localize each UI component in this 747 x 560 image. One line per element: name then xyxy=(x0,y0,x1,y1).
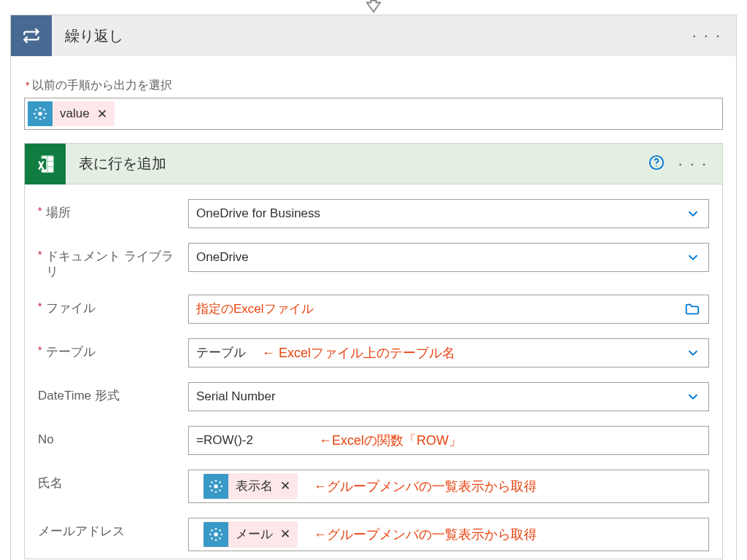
token-display-name[interactable]: 表示名 ✕ xyxy=(204,473,298,499)
token-mail[interactable]: メール ✕ xyxy=(204,521,298,548)
dynamic-content-icon xyxy=(204,474,228,499)
svg-point-33 xyxy=(211,537,213,540)
excel-more-menu[interactable]: · · · xyxy=(678,155,708,174)
token-value[interactable]: value ✕ xyxy=(28,101,115,126)
svg-point-30 xyxy=(221,533,223,535)
field-library: *ドキュメント ライブラリ OneDrive xyxy=(38,236,709,287)
svg-point-20 xyxy=(209,485,212,487)
no-input[interactable]: =ROW()-2 ←Excelの関数「ROW」 xyxy=(188,426,709,455)
svg-point-27 xyxy=(215,527,217,529)
excel-icon xyxy=(25,144,66,184)
annotation-name: ←グループメンバの一覧表示から取得 xyxy=(298,478,537,495)
file-picker[interactable]: 指定のExcelファイル xyxy=(188,295,709,324)
svg-point-6 xyxy=(43,109,45,111)
excel-card-title: 表に行を追加 xyxy=(66,154,649,174)
field-no: No =ROW()-2 ←Excelの関数「ROW」 xyxy=(38,419,709,462)
folder-icon[interactable] xyxy=(684,301,701,317)
dynamic-content-icon xyxy=(28,101,53,126)
svg-point-3 xyxy=(34,113,36,115)
help-icon[interactable] xyxy=(649,155,665,174)
field-email: メールアドレス xyxy=(38,510,709,559)
svg-point-23 xyxy=(219,481,221,483)
flow-connector-arrow xyxy=(10,0,737,15)
field-file: *ファイル 指定のExcelファイル xyxy=(38,287,709,331)
excel-card-header[interactable]: 表に行を追加 · · · xyxy=(25,144,722,184)
loop-card-title: 繰り返し xyxy=(52,26,692,46)
prev-output-label: *以前の手順から出力を選択 xyxy=(26,78,723,93)
annotation-no: ←Excelの関数「ROW」 xyxy=(253,432,462,449)
email-input[interactable]: メール ✕ ←グループメンバの一覧表示から取得 xyxy=(188,518,709,551)
library-select[interactable]: OneDrive xyxy=(188,243,709,272)
svg-point-22 xyxy=(211,481,213,483)
loop-card-header[interactable]: 繰り返し · · · xyxy=(11,15,736,56)
svg-point-19 xyxy=(215,491,217,493)
svg-point-16 xyxy=(656,165,657,166)
chevron-down-icon xyxy=(685,206,701,222)
svg-point-1 xyxy=(39,107,42,109)
svg-point-32 xyxy=(219,529,221,532)
dynamic-content-icon xyxy=(204,522,228,547)
svg-point-34 xyxy=(219,537,221,540)
prev-output-field[interactable]: value ✕ xyxy=(24,98,723,130)
svg-point-21 xyxy=(221,485,223,487)
loop-more-menu[interactable]: · · · xyxy=(692,26,721,45)
annotation-table: ← Excelファイル上のテーブル名 xyxy=(246,344,455,362)
remove-token-icon[interactable]: ✕ xyxy=(97,106,107,122)
remove-token-icon[interactable]: ✕ xyxy=(280,526,290,542)
svg-point-0 xyxy=(38,112,42,116)
loop-card: 繰り返し · · · *以前の手順から出力を選択 xyxy=(10,15,737,560)
location-select[interactable]: OneDrive for Business xyxy=(188,199,709,228)
svg-point-31 xyxy=(211,529,213,532)
svg-point-4 xyxy=(45,113,47,115)
field-table: *テーブル テーブル ← Excelファイル上のテーブル名 xyxy=(38,331,709,375)
remove-token-icon[interactable]: ✕ xyxy=(280,478,290,494)
field-location: *場所 OneDrive for Business xyxy=(38,192,709,236)
svg-point-26 xyxy=(214,532,218,537)
chevron-down-icon xyxy=(685,249,701,265)
svg-point-24 xyxy=(211,489,213,491)
annotation-email: ←グループメンバの一覧表示から取得 xyxy=(298,526,537,543)
field-name: 氏名 xyxy=(38,462,709,510)
svg-point-5 xyxy=(35,109,37,111)
svg-point-7 xyxy=(35,117,37,119)
chevron-down-icon xyxy=(685,389,701,405)
datetime-select[interactable]: Serial Number xyxy=(188,382,709,411)
svg-point-18 xyxy=(215,479,217,481)
table-select[interactable]: テーブル ← Excelファイル上のテーブル名 xyxy=(188,338,709,368)
svg-point-2 xyxy=(39,119,42,121)
svg-point-29 xyxy=(209,533,212,535)
svg-point-28 xyxy=(215,539,217,541)
svg-point-8 xyxy=(43,117,45,119)
chevron-down-icon xyxy=(685,345,701,361)
svg-point-25 xyxy=(219,489,221,491)
loop-icon xyxy=(11,15,52,56)
name-input[interactable]: 表示名 ✕ ←グループメンバの一覧表示から取得 xyxy=(188,470,709,503)
field-datetime: DateTime 形式 Serial Number xyxy=(38,375,709,419)
svg-point-17 xyxy=(214,484,218,489)
excel-action-card: 表に行を追加 · · · *場所 xyxy=(24,143,723,559)
